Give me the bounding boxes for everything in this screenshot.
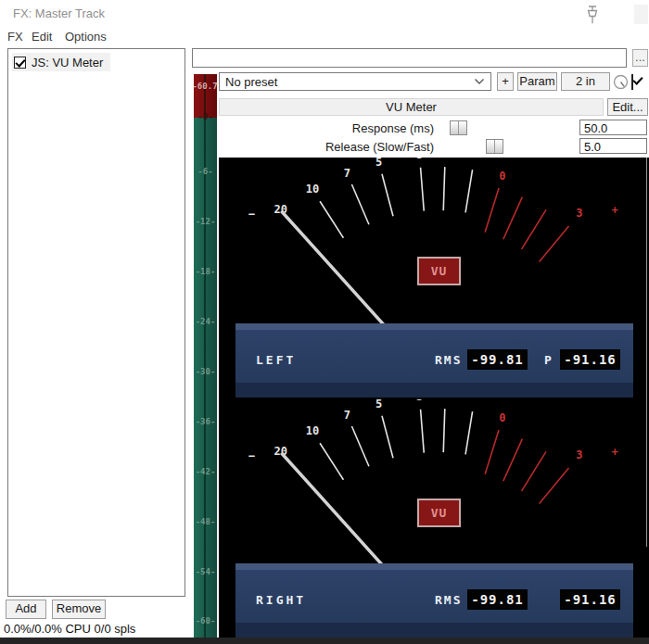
rms-readout: -99.81	[467, 349, 528, 370]
meter-scale-label: -42-	[194, 467, 217, 476]
meter-scale-label: -0-	[194, 112, 217, 121]
param-label-release: Release (Slow/Fast)	[219, 140, 434, 154]
svg-text:3: 3	[416, 399, 423, 403]
fx-bypass-checkbox[interactable]	[631, 74, 633, 90]
preset-dropdown[interactable]: No preset	[219, 72, 491, 91]
window-title: FX: Master Track	[13, 6, 105, 20]
corner-button[interactable]	[634, 5, 648, 24]
rms-readout: -99.81	[467, 589, 528, 610]
vu-needle	[281, 453, 438, 566]
preset-value: No preset	[225, 75, 277, 89]
svg-text:10: 10	[306, 183, 319, 196]
meter-scale-label: -60-	[194, 616, 217, 625]
cpu-status: 0.0%/0.0% CPU 0/0 spls	[4, 622, 135, 636]
rms-label: RMS	[435, 353, 462, 367]
peak-readout: -91.16	[560, 589, 620, 610]
menu-options[interactable]: Options	[65, 30, 107, 44]
svg-text:5: 5	[375, 158, 382, 169]
svg-text:0: 0	[499, 170, 505, 183]
pin-icon[interactable]	[582, 4, 603, 28]
fx-list-item[interactable]: JS: VU Meter	[12, 53, 110, 71]
rms-label: RMS	[435, 593, 462, 607]
release-slider[interactable]	[486, 139, 503, 154]
fx-name-input[interactable]	[192, 48, 627, 68]
meter-scale-label: -18-	[194, 267, 217, 276]
meter-channel-divider	[204, 74, 206, 638]
svg-text:3: 3	[576, 448, 582, 461]
svg-text:3: 3	[416, 158, 423, 161]
meter-scale-label: -54-	[194, 567, 217, 576]
more-button[interactable]: ...	[632, 49, 648, 67]
svg-text:−: −	[248, 449, 255, 462]
svg-text:7: 7	[344, 167, 350, 180]
meter-scale-label: -36-	[194, 417, 217, 426]
chevron-down-icon	[475, 79, 484, 84]
channel-name: RIGHT	[256, 593, 306, 607]
menu-fx[interactable]: FX	[7, 30, 23, 44]
response-slider[interactable]	[450, 120, 467, 135]
svg-text:7: 7	[344, 409, 350, 422]
vu-meter-right-dial: −201075303+	[219, 399, 649, 566]
meter-scale-label: -12-	[194, 217, 217, 226]
remove-button[interactable]: Remove	[52, 600, 106, 619]
fx-chain-list[interactable]: JS: VU Meter	[7, 48, 185, 597]
fx-item-label: JS: VU Meter	[32, 56, 103, 69]
svg-text:+: +	[612, 446, 618, 459]
channel-name: LEFT	[256, 353, 296, 367]
svg-text:−: −	[248, 208, 255, 221]
vu-meter-left-dial: −201075303+	[219, 158, 649, 324]
vu-badge: VU	[417, 499, 461, 527]
fx-enabled-checkbox[interactable]	[14, 57, 26, 69]
left-channel-panel: LEFT RMS -99.81 P -91.16	[235, 323, 633, 398]
meter-scale-label: -24-	[194, 317, 217, 326]
add-button[interactable]: Add	[6, 600, 46, 619]
vu-needle	[281, 211, 438, 324]
vu-badge: VU	[417, 257, 461, 285]
response-value[interactable]: 50.0	[579, 120, 647, 135]
svg-text:5: 5	[375, 399, 382, 410]
meter-scale-label: -30-	[194, 367, 217, 376]
svg-text:+: +	[612, 204, 618, 217]
fx-window: FX: Master Track FX Edit Options JS: VU …	[0, 0, 649, 644]
io-routing-button[interactable]: 2 in	[561, 72, 610, 91]
meter-peak-readout: -60.7	[192, 82, 218, 91]
plugin-title-bar: VU Meter	[219, 98, 604, 116]
svg-text:10: 10	[306, 424, 319, 437]
peak-readout: -91.16	[560, 349, 620, 370]
wet-dry-knob-icon[interactable]	[613, 74, 629, 90]
peak-label: P	[544, 353, 552, 367]
param-label-response: Response (ms)	[219, 121, 434, 135]
track-output-meter[interactable]: -60.7 -0--6--12--18--24--30--36--42--48-…	[192, 74, 218, 644]
release-value[interactable]: 5.0	[579, 138, 647, 154]
vu-meter-plugin-ui: −201075303+ VU LEFT RMS -99.81 P -91.16 …	[219, 158, 649, 644]
menu-edit[interactable]: Edit	[32, 30, 52, 44]
right-channel-panel: RIGHT RMS -99.81 -91.16	[235, 563, 633, 638]
window-bottom-border	[0, 638, 649, 644]
ui-scroll-edge	[646, 158, 647, 547]
svg-text:3: 3	[576, 207, 582, 220]
meter-scale-label: -6-	[194, 167, 217, 176]
edit-button[interactable]: Edit...	[607, 98, 648, 116]
param-button[interactable]: Param	[517, 72, 557, 91]
meter-scale-label: -48-	[194, 517, 217, 526]
svg-text:0: 0	[499, 411, 505, 424]
preset-save-button[interactable]: +	[497, 72, 514, 91]
